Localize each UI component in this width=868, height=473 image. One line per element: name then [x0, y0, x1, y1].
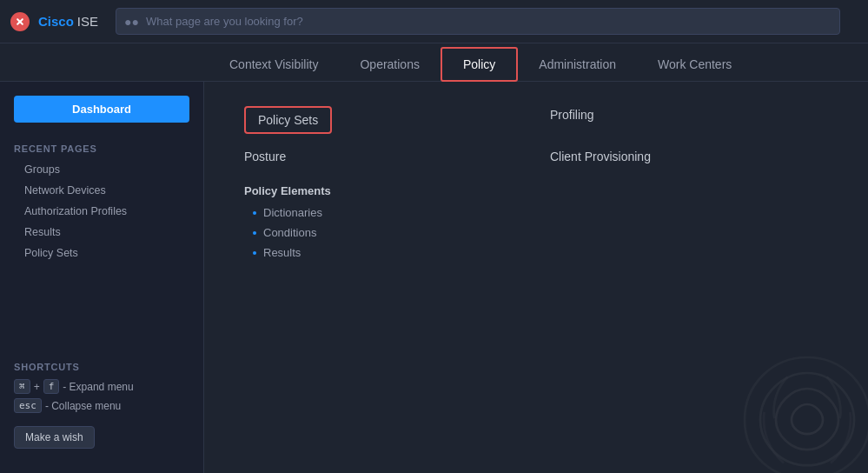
- shortcuts-label: Shortcuts: [14, 362, 189, 372]
- brand-logo: Cisco ISE: [38, 14, 98, 29]
- dashboard-button[interactable]: Dashboard: [14, 96, 189, 123]
- sidebar-item-network-devices[interactable]: Network Devices: [0, 180, 203, 201]
- shortcut-collapse-row: esc - Collapse menu: [14, 398, 189, 413]
- main-layout: Dashboard Recent Pages Groups Network De…: [0, 82, 868, 473]
- tab-administration[interactable]: Administration: [518, 49, 637, 82]
- sidebar-bottom: Shortcuts ⌘ + f - Expand menu esc - Coll…: [0, 351, 203, 459]
- tab-operations[interactable]: Operations: [339, 49, 440, 82]
- sidebar: Dashboard Recent Pages Groups Network De…: [0, 82, 204, 473]
- content-grid: Policy Sets Profiling Posture Client Pro…: [230, 99, 842, 266]
- fingerprint-watermark: [729, 334, 868, 473]
- esc-key: esc: [14, 398, 42, 413]
- policy-elements-item-conditions[interactable]: Conditions: [244, 223, 828, 243]
- sidebar-item-groups[interactable]: Groups: [0, 159, 203, 180]
- posture-item[interactable]: Posture: [230, 141, 536, 172]
- sidebar-item-policy-sets[interactable]: Policy Sets: [0, 243, 203, 263]
- search-bar: ●●: [116, 8, 840, 35]
- search-input[interactable]: [116, 8, 840, 35]
- policy-sets-button[interactable]: Policy Sets: [244, 106, 332, 134]
- make-wish-button[interactable]: Make a wish: [14, 426, 95, 449]
- top-bar: Cisco ISE ●●: [0, 0, 868, 43]
- cmd-key: ⌘: [14, 379, 30, 394]
- collapse-label: - Collapse menu: [45, 400, 121, 412]
- shortcut-expand-row: ⌘ + f - Expand menu: [14, 379, 189, 394]
- profiling-item[interactable]: Profiling: [536, 99, 842, 141]
- search-icon: ●●: [124, 15, 139, 29]
- brand-cisco: Cisco: [38, 14, 74, 29]
- policy-sets-cell: Policy Sets: [230, 99, 536, 141]
- policy-elements-label: Policy Elements: [244, 184, 828, 197]
- client-provisioning-item[interactable]: Client Provisioning: [536, 141, 842, 172]
- f-key: f: [43, 379, 60, 394]
- policy-elements-item-dictionaries[interactable]: Dictionaries: [244, 203, 828, 223]
- sidebar-top: Dashboard Recent Pages Groups Network De…: [0, 96, 203, 351]
- recent-pages-label: Recent Pages: [0, 137, 203, 159]
- expand-label: - Expand menu: [63, 381, 133, 393]
- nav-tabs: Context Visibility Operations Policy Adm…: [0, 43, 868, 82]
- tab-work-centers[interactable]: Work Centers: [637, 49, 752, 82]
- content-area: Policy Sets Profiling Posture Client Pro…: [204, 82, 868, 473]
- sidebar-item-results[interactable]: Results: [0, 222, 203, 243]
- tab-policy[interactable]: Policy: [441, 47, 518, 82]
- brand-ise: ISE: [77, 14, 98, 29]
- tab-context-visibility[interactable]: Context Visibility: [209, 49, 339, 82]
- plus-sign: +: [34, 381, 40, 393]
- sidebar-item-authorization-profiles[interactable]: Authorization Profiles: [0, 201, 203, 222]
- policy-elements-section: Policy Elements Dictionaries Conditions …: [230, 172, 842, 266]
- close-button[interactable]: [10, 12, 30, 31]
- policy-elements-item-results[interactable]: Results: [244, 243, 828, 263]
